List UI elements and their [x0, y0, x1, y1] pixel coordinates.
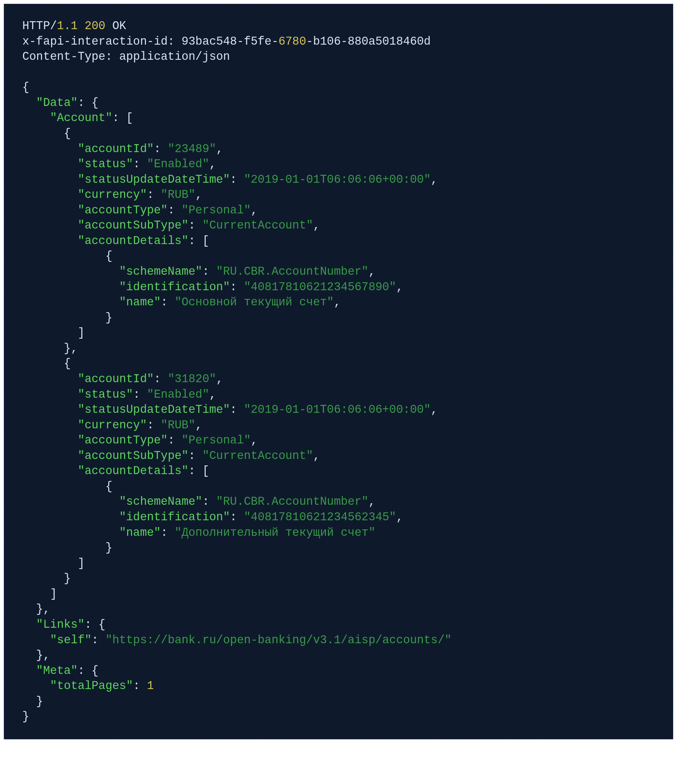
header-xfapi-label: x-fapi-interaction-id:: [22, 35, 182, 48]
json-val-currency: "RUB": [161, 419, 196, 432]
json-key-status: "status": [78, 388, 133, 401]
http-protocol: HTTP/: [22, 20, 57, 33]
json-key-account: "Account": [50, 112, 112, 124]
json-val-totalpages: 1: [147, 680, 154, 692]
json-key-accountid: "accountId": [78, 143, 154, 156]
json-key-accountsubtype: "accountSubType": [78, 450, 188, 462]
json-key-status: "status": [78, 158, 133, 171]
json-val-accountid: "31820": [168, 373, 216, 386]
json-val-status: "Enabled": [147, 158, 209, 171]
json-key-statusudt: "statusUpdateDateTime": [78, 403, 230, 416]
json-key-links: "Links": [36, 618, 85, 631]
header-xfapi-value-post: -b106-880a5018460d: [306, 35, 430, 48]
brace-open: {: [22, 81, 29, 94]
json-val-accounttype: "Personal": [182, 434, 251, 447]
json-val-statusudt: "2019-01-01T06:06:06+00:00": [244, 403, 431, 416]
json-key-meta: "Meta": [36, 664, 78, 677]
http-status-text: OK: [112, 20, 126, 33]
json-key-accounttype: "accountType": [78, 204, 168, 217]
json-key-currency: "currency": [78, 419, 147, 432]
json-key-currency: "currency": [78, 188, 147, 201]
brace-close: }: [22, 710, 29, 723]
header-contenttype-label: Content-Type:: [22, 50, 119, 63]
json-key-self: "self": [50, 634, 92, 647]
header-xfapi-value-pre: 93bac548-f5fe-: [182, 35, 278, 48]
json-key-identification: "identification": [119, 511, 230, 524]
json-val-name: "Основной текущий счет": [175, 296, 334, 309]
json-key-data: "Data": [36, 96, 78, 109]
json-val-accounttype: "Personal": [182, 204, 251, 217]
json-key-totalpages: "totalPages": [50, 680, 133, 692]
http-status-code: 200: [85, 20, 106, 33]
json-key-name: "name": [119, 526, 161, 539]
json-key-name: "name": [119, 296, 161, 309]
json-key-schemename: "schemeName": [119, 495, 202, 508]
json-val-schemename: "RU.CBR.AccountNumber": [216, 495, 369, 508]
json-val-accountid: "23489": [168, 143, 216, 156]
json-key-identification: "identification": [119, 281, 230, 294]
json-val-accountsubtype: "CurrentAccount": [202, 450, 313, 462]
http-version: 1.1: [57, 20, 78, 33]
json-val-statusudt: "2019-01-01T06:06:06+00:00": [244, 173, 431, 186]
json-val-currency: "RUB": [161, 188, 196, 201]
space: [78, 20, 84, 33]
json-val-self: "https://bank.ru/open-banking/v3.1/aisp/…: [106, 634, 452, 647]
json-key-accountid: "accountId": [78, 373, 154, 386]
json-key-accountsubtype: "accountSubType": [78, 219, 188, 232]
json-key-accountdetails: "accountDetails": [78, 235, 188, 247]
json-val-status: "Enabled": [147, 388, 209, 401]
http-response-code-block: HTTP/1.1 200 OK x-fapi-interaction-id: 9…: [4, 4, 673, 739]
header-xfapi-value-mid: 6780: [278, 35, 306, 48]
json-key-schemename: "schemeName": [119, 265, 202, 278]
json-val-accountsubtype: "CurrentAccount": [202, 219, 313, 232]
json-val-identification: "40817810621234567890": [244, 281, 396, 294]
json-val-schemename: "RU.CBR.AccountNumber": [216, 265, 369, 278]
json-val-name: "Дополнительный текущий счет": [175, 526, 376, 539]
json-key-accounttype: "accountType": [78, 434, 168, 447]
json-key-statusudt: "statusUpdateDateTime": [78, 173, 230, 186]
json-key-accountdetails: "accountDetails": [78, 465, 188, 478]
json-val-identification: "40817810621234562345": [244, 511, 396, 524]
header-contenttype-value: application/json: [119, 50, 230, 63]
space: [106, 20, 112, 33]
